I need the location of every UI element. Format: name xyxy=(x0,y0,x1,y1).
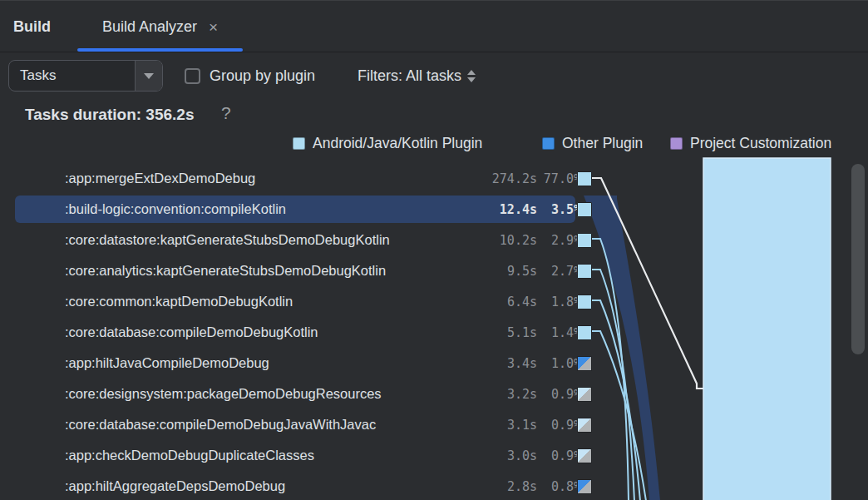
group-by-plugin-checkbox[interactable] xyxy=(185,68,200,84)
tab-build-analyzer-label: Build Analyzer xyxy=(102,18,197,36)
task-duration: 9.5s xyxy=(454,264,537,279)
filters-dropdown[interactable]: Filters: All tasks xyxy=(358,60,476,92)
task-name: :core:designsystem:packageDemoDebugResou… xyxy=(65,386,454,402)
task-name: :app:hiltAggregateDepsDemoDebug xyxy=(65,478,454,494)
task-row[interactable]: :app:mergeExtDexDemoDebug 274.2s 77.0% xyxy=(15,163,592,194)
task-row[interactable]: :core:common:kaptDemoDebugKotlin 6.4s 1.… xyxy=(15,286,592,317)
close-icon[interactable]: × xyxy=(209,19,218,35)
tab-build[interactable]: Build xyxy=(13,1,51,52)
highlighted-task-connector xyxy=(592,178,704,389)
chevron-down-icon xyxy=(144,73,154,79)
task-duration: 10.2s xyxy=(454,233,537,248)
tab-build-analyzer[interactable]: Build Analyzer × xyxy=(77,1,243,52)
task-name: :app:hiltJavaCompileDemoDebug xyxy=(65,355,454,371)
legend-label: Project Customization xyxy=(690,135,831,152)
task-type-icon xyxy=(577,233,592,248)
legend-item: Android/Java/Kotlin Plugin xyxy=(293,135,482,152)
task-percent: 0.9% xyxy=(537,387,581,402)
tool-window-tab-bar: Build Build Analyzer × xyxy=(0,1,868,52)
task-percent: 1.4% xyxy=(537,325,581,340)
task-type-icon xyxy=(577,295,592,309)
sorter-icon xyxy=(467,70,476,82)
task-type-icon xyxy=(577,479,592,494)
group-by-plugin-control: Group by plugin xyxy=(185,60,315,92)
task-percent: 77.0% xyxy=(537,171,581,186)
task-duration: 12.4s xyxy=(454,202,537,217)
legend-label: Android/Java/Kotlin Plugin xyxy=(313,135,482,152)
task-duration: 3.0s xyxy=(454,448,537,463)
tab-build-label: Build xyxy=(13,18,51,36)
task-percent: 0.9% xyxy=(537,418,581,433)
view-selector-dropdown[interactable]: Tasks xyxy=(8,60,163,92)
legend-swatch xyxy=(670,137,683,150)
active-tab-indicator xyxy=(77,48,243,52)
task-type-icon xyxy=(577,356,592,371)
task-name: :build-logic:convention:compileKotlin xyxy=(65,201,454,217)
task-type-icon xyxy=(577,171,592,186)
tasks-duration-title: Tasks duration: 356.2s xyxy=(25,106,194,124)
task-percent: 3.5% xyxy=(537,202,581,217)
dropdown-arrow-cell[interactable] xyxy=(135,61,162,91)
task-percent: 0.9% xyxy=(537,448,581,463)
legend-swatch xyxy=(293,137,305,150)
task-duration: 5.1s xyxy=(454,325,537,340)
task-name: :core:analytics:kaptGenerateStubsDemoDeb… xyxy=(65,263,454,279)
task-duration: 3.4s xyxy=(454,356,537,371)
task-row[interactable]: :app:checkDemoDebugDuplicateClasses 3.0s… xyxy=(15,440,592,471)
task-name: :app:mergeExtDexDemoDebug xyxy=(65,171,454,186)
legend-item: Other Plugin xyxy=(542,135,643,152)
task-percent: 2.7% xyxy=(537,264,581,279)
group-by-plugin-label: Group by plugin xyxy=(210,67,315,85)
task-duration: 3.1s xyxy=(454,418,537,433)
task-percent: 1.0% xyxy=(537,356,581,371)
task-type-icon xyxy=(577,448,592,463)
task-name: :core:datastore:kaptGenerateStubsDemoDeb… xyxy=(65,232,454,248)
task-connector-line xyxy=(592,331,646,500)
task-duration: 3.2s xyxy=(454,387,537,402)
task-type-icon xyxy=(577,264,592,279)
task-row[interactable]: :core:analytics:kaptGenerateStubsDemoDeb… xyxy=(15,255,592,286)
filters-label: Filters: All tasks xyxy=(358,67,461,85)
task-row[interactable]: :app:hiltAggregateDepsDemoDebug 2.8s 0.8… xyxy=(15,471,592,500)
legend-label: Other Plugin xyxy=(562,135,643,152)
view-selector-value: Tasks xyxy=(9,61,135,91)
scrollbar-thumb[interactable] xyxy=(851,164,865,354)
legend-item: Project Customization xyxy=(670,135,831,152)
task-type-icon xyxy=(577,202,592,217)
task-type-icon xyxy=(577,418,592,433)
task-row[interactable]: :core:datastore:kaptGenerateStubsDemoDeb… xyxy=(15,225,592,255)
task-name: :core:common:kaptDemoDebugKotlin xyxy=(65,294,454,309)
task-row[interactable]: :app:hiltJavaCompileDemoDebug 3.4s 1.0% xyxy=(15,348,592,379)
task-list: :app:mergeExtDexDemoDebug 274.2s 77.0% :… xyxy=(15,163,592,500)
task-name: :app:checkDemoDebugDuplicateClasses xyxy=(65,448,454,463)
task-row[interactable]: :core:database:compileDemoDebugKotlin 5.… xyxy=(15,317,592,348)
task-row[interactable]: :core:designsystem:packageDemoDebugResou… xyxy=(15,379,592,409)
task-connector-line xyxy=(592,239,629,500)
task-name: :core:database:compileDemoDebugJavaWithJ… xyxy=(65,417,454,433)
duration-bar-segment[interactable] xyxy=(703,158,831,500)
help-icon[interactable]: ? xyxy=(221,103,231,123)
task-type-icon xyxy=(577,387,592,402)
task-percent: 0.8% xyxy=(537,479,581,494)
task-connector-line xyxy=(592,300,640,500)
task-percent: 2.9% xyxy=(537,233,581,248)
task-type-icon xyxy=(577,325,592,340)
task-duration: 274.2s xyxy=(454,171,537,186)
task-row[interactable]: :core:database:compileDemoDebugJavaWithJ… xyxy=(15,409,592,440)
task-duration: 2.8s xyxy=(454,479,537,494)
legend-swatch xyxy=(542,137,555,150)
task-percent: 1.8% xyxy=(537,295,581,309)
task-row[interactable]: :build-logic:convention:compileKotlin 12… xyxy=(15,194,592,225)
task-name: :core:database:compileDemoDebugKotlin xyxy=(65,324,454,340)
task-connector-line xyxy=(592,270,634,500)
task-duration: 6.4s xyxy=(454,295,537,309)
selected-task-connector xyxy=(584,196,660,500)
